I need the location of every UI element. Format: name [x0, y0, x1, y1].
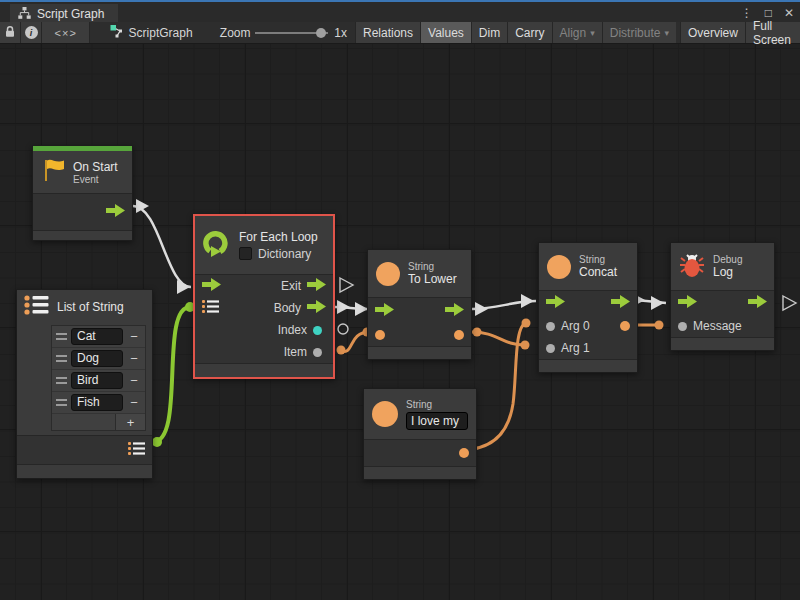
zoom-slider[interactable] [255, 32, 329, 34]
flag-icon [41, 157, 65, 187]
node-kind: String [579, 254, 617, 265]
node-to-lower[interactable]: String To Lower [367, 249, 472, 360]
tab-script-graph[interactable]: Script Graph [10, 4, 118, 24]
result-output-port[interactable] [620, 321, 630, 331]
list-output-port[interactable] [128, 441, 145, 459]
wire-endpoint [152, 437, 162, 447]
wire-item-to-tolower[interactable] [338, 332, 370, 352]
zoom-slider-knob[interactable] [316, 28, 326, 38]
log-exit-unconnected-icon[interactable] [783, 296, 796, 310]
wire-tolower-to-arg1[interactable] [472, 332, 525, 345]
chevron-down-icon: ▾ [664, 28, 669, 38]
node-footer [671, 338, 774, 350]
arg1-input-port[interactable] [546, 344, 555, 353]
node-for-each-loop[interactable]: For Each Loop Dictionary Exit Body [193, 214, 335, 379]
lock-button[interactable] [0, 22, 21, 43]
graph-toolbar: i <×> ScriptGraph Zoom 1x Relations Valu… [0, 22, 800, 44]
node-concat[interactable]: String Concat Arg 0 Arg 1 [538, 242, 638, 373]
remove-item-button[interactable]: − [127, 373, 141, 388]
flow-output-port[interactable] [611, 294, 630, 312]
message-input-port[interactable] [678, 322, 687, 331]
toggle-relations[interactable]: Relations [355, 22, 420, 43]
node-title: List of String [57, 300, 124, 314]
node-string-literal[interactable]: String [363, 388, 477, 480]
node-debug-log[interactable]: Debug Log Message [670, 242, 775, 351]
list-item-row[interactable]: Bird − [52, 370, 145, 392]
graph-name: ScriptGraph [129, 26, 193, 40]
wire-endpoint [521, 341, 530, 350]
graph-canvas[interactable]: On Start Event List of String Cat − [0, 44, 800, 600]
body-port-label: Body [274, 301, 301, 315]
overview-button[interactable]: Overview [680, 22, 745, 43]
fullscreen-button[interactable]: Full Screen [745, 22, 800, 43]
flow-input-port[interactable] [678, 294, 697, 312]
list-item-row[interactable]: Dog − [52, 348, 145, 370]
node-footer [33, 231, 132, 240]
index-port-unconnected-icon[interactable] [338, 324, 348, 334]
flow-output-port[interactable] [445, 302, 464, 320]
edit-graph-button[interactable]: <×> [42, 22, 90, 43]
flow-direction-arrow [475, 302, 488, 316]
code-brackets-icon: <×> [55, 27, 77, 39]
string-output-port[interactable] [454, 330, 464, 340]
string-type-icon [376, 262, 400, 286]
list-item-value[interactable]: Cat [71, 328, 123, 345]
exit-port-label: Exit [281, 279, 301, 293]
wire-endpoint [655, 321, 664, 330]
arg0-input-port[interactable] [546, 322, 555, 331]
flow-direction-arrow [337, 300, 350, 314]
remove-item-button[interactable]: − [127, 329, 141, 344]
wire-list-to-foreach[interactable] [153, 307, 190, 442]
flow-input-port[interactable] [546, 294, 565, 312]
node-on-start[interactable]: On Start Event [32, 145, 133, 241]
list-item-value[interactable]: Fish [71, 394, 123, 411]
list-item-value[interactable]: Bird [71, 372, 123, 389]
remove-item-button[interactable]: − [127, 395, 141, 410]
string-input-port[interactable] [375, 330, 385, 340]
node-footer [368, 347, 471, 359]
wire-body-to-tolower[interactable] [335, 307, 369, 309]
node-title: To Lower [408, 272, 457, 286]
align-dropdown[interactable]: Align ▾ [552, 22, 602, 43]
list-input-port[interactable] [202, 299, 219, 317]
zoom-value: 1x [332, 22, 355, 43]
message-label: Message [693, 319, 742, 333]
distribute-dropdown[interactable]: Distribute ▾ [602, 22, 676, 43]
graph-breadcrumb[interactable]: ScriptGraph [102, 22, 201, 43]
inspect-button[interactable]: i [21, 22, 42, 43]
flow-output-port[interactable] [748, 294, 767, 312]
remove-item-button[interactable]: − [127, 351, 141, 366]
wire-onstart-to-foreach[interactable] [133, 206, 191, 287]
toggle-carry[interactable]: Carry [507, 22, 551, 43]
dictionary-checkbox[interactable] [239, 247, 252, 260]
node-kind: Debug [713, 254, 742, 265]
flow-input-port[interactable] [375, 302, 394, 320]
string-value-input[interactable] [406, 412, 468, 430]
index-output-port[interactable] [313, 326, 322, 335]
flow-input-port[interactable] [202, 277, 221, 295]
list-item-row[interactable]: Fish − [52, 392, 145, 414]
drag-handle-icon[interactable] [56, 377, 67, 384]
add-item-button[interactable]: + [115, 414, 145, 430]
exit-port-unconnected-icon[interactable] [340, 278, 353, 292]
list-item-row[interactable]: Cat − [52, 326, 145, 348]
list-item-value[interactable]: Dog [71, 350, 123, 367]
toggle-values[interactable]: Values [420, 22, 471, 43]
arg0-label: Arg 0 [561, 319, 590, 333]
window-menu-icon[interactable]: ⋮ [741, 5, 753, 21]
drag-handle-icon[interactable] [56, 355, 67, 362]
flow-output-port[interactable] [106, 203, 125, 221]
string-output-port[interactable] [459, 448, 469, 458]
flow-direction-arrow [177, 280, 190, 294]
node-kind: String [408, 261, 457, 272]
drag-handle-icon[interactable] [56, 399, 67, 406]
drag-handle-icon[interactable] [56, 333, 67, 340]
exit-flow-output-port[interactable] [307, 277, 326, 295]
toggle-dim[interactable]: Dim [471, 22, 507, 43]
body-flow-output-port[interactable] [307, 299, 326, 317]
item-output-port[interactable] [313, 348, 322, 357]
wire-endpoint [522, 319, 531, 328]
wire-tolower-to-concat[interactable] [472, 301, 536, 309]
node-title: For Each Loop [239, 230, 318, 244]
node-list-of-string[interactable]: List of String Cat − Dog − Bird − Fish − [16, 289, 153, 479]
